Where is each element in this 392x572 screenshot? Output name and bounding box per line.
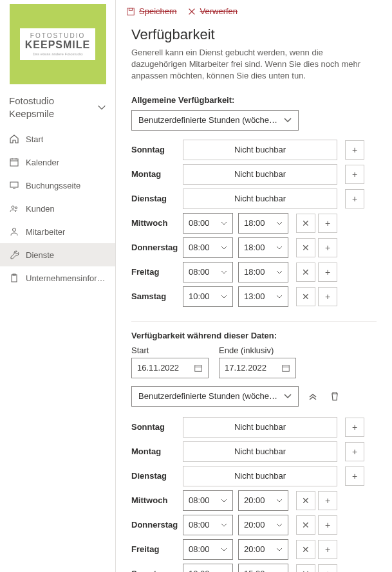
svg-point-3 <box>15 207 17 209</box>
day-row: Freitag08:0020:00✕+ <box>131 538 377 561</box>
sidebar-item-buchungsseite[interactable]: Buchungsseite <box>0 174 115 197</box>
svg-rect-10 <box>283 365 290 371</box>
page-description: Generell kann ein Dienst gebucht werden,… <box>131 47 377 82</box>
people-icon <box>9 203 19 214</box>
add-slot-button[interactable]: + <box>345 140 364 160</box>
day-label: Dienstag <box>131 471 183 481</box>
delete-button[interactable] <box>327 389 342 404</box>
sidebar-nav: StartKalenderBuchungsseiteKundenMitarbei… <box>0 127 115 290</box>
add-slot-button[interactable]: + <box>318 263 337 282</box>
add-slot-button[interactable]: + <box>345 165 364 184</box>
override-heading: Verfügbarkeit während dieser Daten: <box>131 331 377 340</box>
start-time-select[interactable]: 08:00 <box>183 213 233 234</box>
end-time-select[interactable]: 18:00 <box>238 213 288 234</box>
sidebar-item-mitarbeiter[interactable]: Mitarbeiter <box>0 220 115 243</box>
start-time-select[interactable]: 08:00 <box>183 539 233 560</box>
day-row: SonntagNicht buchbar+ <box>131 138 377 161</box>
sidebar-item-label: Kunden <box>26 204 55 214</box>
org-switcher[interactable]: FotostudioKeepsmile <box>0 89 115 127</box>
general-heading: Allgemeine Verfügbarkeit: <box>131 95 377 105</box>
save-button[interactable]: Speichern <box>126 6 177 16</box>
chevron-down-icon <box>221 244 227 251</box>
chevron-down-icon <box>276 293 283 300</box>
start-time-select[interactable]: 10:00 <box>183 564 233 572</box>
day-label: Montag <box>131 447 183 456</box>
add-slot-button[interactable]: + <box>318 491 337 510</box>
calendar-icon <box>9 157 19 167</box>
add-slot-button[interactable]: + <box>318 540 337 559</box>
remove-slot-button[interactable]: ✕ <box>296 238 315 257</box>
remove-slot-button[interactable]: ✕ <box>296 540 315 559</box>
start-time-select[interactable]: 08:00 <box>183 237 233 258</box>
end-time-select[interactable]: 18:00 <box>238 262 288 282</box>
remove-slot-button[interactable]: ✕ <box>296 214 315 233</box>
end-time-select[interactable]: 13:00 <box>238 286 288 307</box>
start-time-select[interactable]: 08:00 <box>183 515 233 535</box>
add-slot-button[interactable]: + <box>318 564 337 572</box>
clipboard-icon <box>9 273 19 283</box>
day-row: Freitag08:0018:00✕+ <box>131 261 377 284</box>
not-bookable-box: Nicht buchbar <box>183 164 337 185</box>
command-bar: Speichern Verwerfen <box>116 0 392 23</box>
start-date-label: Start <box>131 346 209 355</box>
add-slot-button[interactable]: + <box>318 238 337 257</box>
end-date-label: Ende (inklusiv) <box>219 346 296 355</box>
collapse-button[interactable] <box>305 389 321 404</box>
add-slot-button[interactable]: + <box>345 466 364 486</box>
start-date-input[interactable]: 16.11.2022 <box>131 358 209 378</box>
remove-slot-button[interactable]: ✕ <box>296 287 315 306</box>
end-time-select[interactable]: 20:00 <box>238 490 288 511</box>
chevron-down-icon <box>276 220 283 226</box>
sidebar: FOTOSTUDIO KEEPSMILE Das etwas andere Fo… <box>0 0 116 572</box>
add-slot-button[interactable]: + <box>318 214 337 233</box>
chevron-down-icon <box>276 497 283 504</box>
remove-slot-button[interactable]: ✕ <box>296 263 315 282</box>
not-bookable-box: Nicht buchbar <box>183 189 337 209</box>
sidebar-item-unternehmensinformati[interactable]: Unternehmensinformati <box>0 266 115 290</box>
sidebar-item-kalender[interactable]: Kalender <box>0 151 115 174</box>
remove-slot-button[interactable]: ✕ <box>296 491 315 510</box>
general-availability-dropdown[interactable]: Benutzerdefinierte Stunden (wöchentlic..… <box>131 110 299 131</box>
chevron-down-icon <box>221 220 227 226</box>
add-slot-button[interactable]: + <box>345 418 364 437</box>
sidebar-item-label: Dienste <box>26 250 54 260</box>
start-time-select[interactable]: 08:00 <box>183 490 233 511</box>
day-row: Mittwoch08:0018:00✕+ <box>131 212 377 235</box>
day-label: Mittwoch <box>131 495 183 505</box>
org-name: FotostudioKeepsmile <box>9 95 54 120</box>
sidebar-item-label: Buchungsseite <box>26 181 80 190</box>
day-label: Sonntag <box>131 422 183 432</box>
logo-tagline: Das etwas andere Fotostudio <box>25 52 90 56</box>
end-date-input[interactable]: 17.12.2022 <box>219 358 296 378</box>
svg-rect-8 <box>129 8 132 10</box>
end-time-select[interactable]: 20:00 <box>238 515 288 535</box>
sidebar-item-dienste[interactable]: Dienste <box>0 243 115 266</box>
org-logo: FOTOSTUDIO KEEPSMILE Das etwas andere Fo… <box>10 4 106 84</box>
add-slot-button[interactable]: + <box>318 287 337 306</box>
start-time-select[interactable]: 08:00 <box>183 262 233 282</box>
not-bookable-box: Nicht buchbar <box>183 441 337 462</box>
monitor-icon <box>9 180 19 190</box>
page-title: Verfügbarkeit <box>131 26 377 43</box>
day-row: MontagNicht buchbar+ <box>131 163 377 186</box>
discard-button[interactable]: Verwerfen <box>187 6 238 16</box>
not-bookable-box: Nicht buchbar <box>183 417 337 438</box>
add-slot-button[interactable]: + <box>318 515 337 535</box>
remove-slot-button[interactable]: ✕ <box>296 564 315 572</box>
day-label: Freitag <box>131 544 183 554</box>
sidebar-item-kunden[interactable]: Kunden <box>0 197 115 220</box>
remove-slot-button[interactable]: ✕ <box>296 515 315 535</box>
sidebar-item-start[interactable]: Start <box>0 127 115 151</box>
end-time-select[interactable]: 15:00 <box>238 564 288 572</box>
add-slot-button[interactable]: + <box>345 189 364 208</box>
day-row: Samstag10:0013:00✕+ <box>131 285 377 308</box>
end-time-select[interactable]: 20:00 <box>238 539 288 560</box>
start-time-select[interactable]: 10:00 <box>183 286 233 307</box>
override-availability-dropdown[interactable]: Benutzerdefinierte Stunden (wöchentlic..… <box>131 386 299 407</box>
day-row: SonntagNicht buchbar+ <box>131 416 377 439</box>
day-row: MontagNicht buchbar+ <box>131 440 377 463</box>
calendar-icon <box>194 364 203 373</box>
add-slot-button[interactable]: + <box>345 442 364 461</box>
end-time-select[interactable]: 18:00 <box>238 237 288 258</box>
chevron-down-icon <box>276 269 283 275</box>
